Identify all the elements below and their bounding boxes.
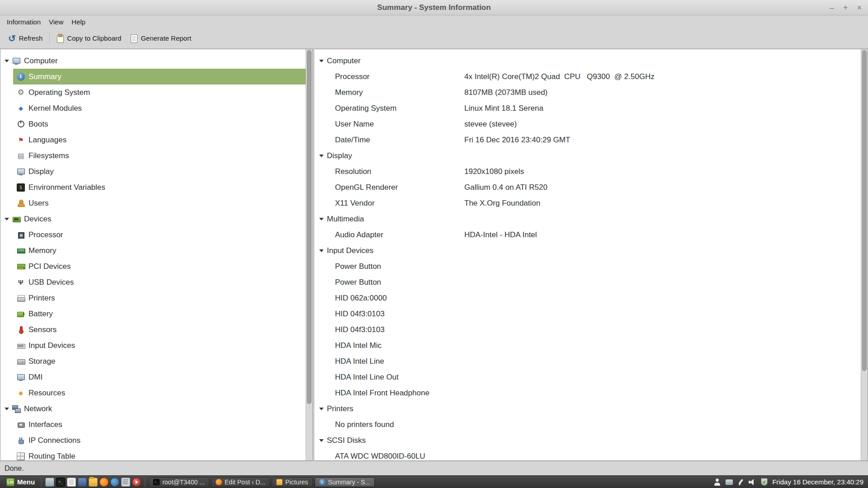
tree-group-network[interactable]: Network (0, 401, 306, 417)
menu-button[interactable]: Lm Menu (3, 476, 38, 488)
tree-item-resources[interactable]: Resources (13, 385, 306, 401)
tree-item-ip-connections[interactable]: IP Connections (13, 432, 306, 448)
taskbar-window-summary[interactable]: Summary - S... (315, 477, 375, 487)
menu-help[interactable]: Help (67, 17, 90, 27)
menu-view[interactable]: View (45, 17, 67, 27)
info-row-x11-vendor[interactable]: X11 Vendor The X.Org Foundation (314, 195, 861, 211)
tree-item-summary[interactable]: Summary (13, 69, 306, 84)
updates-shield-icon[interactable] (761, 478, 768, 486)
expander-icon[interactable] (318, 439, 325, 442)
info-section-scsi-disks[interactable]: SCSI Disks (314, 432, 861, 448)
info-row-date-time[interactable]: Date/Time Fri 16 Dec 2016 23:40:29 GMT (314, 132, 861, 148)
info-row-no-printers[interactable]: No printers found (314, 417, 861, 432)
calculator-launcher-icon[interactable] (121, 478, 130, 487)
info-scrollbar-thumb[interactable] (862, 50, 867, 371)
ip-connections-icon (17, 436, 25, 445)
info-row-opengl-renderer[interactable]: OpenGL Renderer Gallium 0.4 on ATI R520 (314, 179, 861, 195)
expander-icon[interactable] (3, 218, 10, 221)
info-row-power-button-2[interactable]: Power Button (314, 274, 861, 290)
info-section-multimedia[interactable]: Multimedia (314, 211, 861, 227)
tree-item-label: PCI Devices (28, 262, 71, 271)
info-row-resolution[interactable]: Resolution 868x488 pixels (314, 164, 861, 179)
refresh-button[interactable]: Refresh (4, 31, 47, 46)
text-editor-launcher-icon[interactable] (67, 478, 76, 487)
tree-group-devices[interactable]: Devices (0, 211, 306, 227)
info-section-printers[interactable]: Printers (314, 401, 861, 417)
expander-icon[interactable] (318, 60, 325, 62)
tree-item-storage[interactable]: Storage (13, 353, 306, 369)
expander-icon[interactable] (318, 218, 325, 221)
info-row-operating-system[interactable]: Operating System Linux Mint 18.1 Serena (314, 100, 861, 116)
info-row-hda-intel-front-headphone[interactable]: HDA Intel Front Headphone (314, 385, 861, 401)
info-row-processor[interactable]: Processor 4x Intel(R) Core(TM)2 Quad CPU… (314, 69, 861, 84)
info-row-hid-062a[interactable]: HID 062a:0000 (314, 290, 861, 306)
terminal-launcher-icon[interactable] (56, 478, 65, 487)
report-label: Generate Report (141, 34, 191, 42)
taskbar-window-edit-post[interactable]: Edit Post ‹ D... (211, 477, 270, 487)
section-title: Display (327, 151, 352, 160)
info-row-user-name[interactable]: User Name stevee (stevee) (314, 116, 861, 132)
firefox-launcher-icon[interactable] (99, 478, 108, 487)
info-row-power-button-1[interactable]: Power Button (314, 258, 861, 274)
tree-group-computer[interactable]: Computer (0, 53, 306, 69)
show-desktop-icon[interactable] (45, 478, 54, 487)
tree-item-users[interactable]: Users (13, 195, 306, 211)
tree-item-dmi[interactable]: DMI (13, 369, 306, 385)
menu-information[interactable]: Information (3, 17, 45, 27)
tree-scrollbar[interactable] (306, 49, 312, 460)
info-row-hda-intel-line-out[interactable]: HDA Intel Line Out (314, 369, 861, 385)
expander-icon[interactable] (318, 408, 325, 410)
screenshot-launcher-icon[interactable] (78, 478, 87, 487)
tree-item-processor[interactable]: Processor (13, 227, 306, 243)
tree-item-boots[interactable]: Boots (13, 116, 306, 132)
maximize-button[interactable]: + (843, 4, 848, 12)
info-row-memory[interactable]: Memory 8107MB (2073MB used) (314, 84, 861, 100)
info-row-hid-04f3-1[interactable]: HID 04f3:0103 (314, 306, 861, 322)
generate-report-button[interactable]: Generate Report (126, 31, 196, 46)
info-row-hid-04f3-2[interactable]: HID 04f3:0103 (314, 322, 861, 338)
info-row-hda-intel-mic[interactable]: HDA Intel Mic (314, 338, 861, 353)
taskbar-window-terminal[interactable]: root@T3400 ... (149, 477, 209, 487)
web-browser-launcher-icon[interactable] (110, 478, 119, 487)
tree-item-operating-system[interactable]: Operating System (13, 84, 306, 100)
info-row-audio-adapter[interactable]: Audio Adapter HDA-Intel - HDA Intel (314, 227, 861, 243)
tree-item-memory[interactable]: Memory (13, 243, 306, 258)
input-pen-icon[interactable] (737, 479, 744, 486)
user-icon[interactable] (714, 479, 721, 486)
minimize-button[interactable]: – (830, 4, 834, 12)
tree-item-interfaces[interactable]: Interfaces (13, 417, 306, 432)
tree-item-printers[interactable]: Printers (13, 290, 306, 306)
info-section-input-devices[interactable]: Input Devices (314, 243, 861, 258)
copy-to-clipboard-button[interactable]: Copy to Clipboard (52, 31, 126, 46)
expander-icon[interactable] (3, 408, 10, 410)
tree-item-filesystems[interactable]: Filesystems (13, 148, 306, 164)
info-scrollbar[interactable] (861, 49, 868, 460)
tree-item-battery[interactable]: Battery (13, 306, 306, 322)
tree-item-sensors[interactable]: Sensors (13, 322, 306, 338)
kernel-modules-icon (17, 104, 25, 113)
file-manager-launcher-icon[interactable] (89, 478, 98, 487)
info-key: No printers found (335, 420, 464, 429)
expander-icon[interactable] (318, 249, 325, 252)
screen-icon[interactable] (726, 479, 733, 485)
media-player-launcher-icon[interactable] (132, 478, 141, 487)
info-section-display[interactable]: Display (314, 148, 861, 164)
taskbar-clock[interactable]: Friday 16 December, 23:40:29 (772, 478, 863, 486)
tree-item-pci-devices[interactable]: PCI Devices (13, 258, 306, 274)
close-button[interactable]: × (857, 4, 862, 12)
info-row-hda-intel-line[interactable]: HDA Intel Line (314, 353, 861, 369)
tree-item-languages[interactable]: Languages (13, 132, 306, 148)
info-section-computer[interactable]: Computer (314, 53, 861, 69)
tree-item-environment-variables[interactable]: Environment Variables (13, 179, 306, 195)
tree-item-kernel-modules[interactable]: Kernel Modules (13, 100, 306, 116)
info-row-ata-wdc[interactable]: ATA WDC WD800ID-60LU (314, 448, 861, 460)
expander-icon[interactable] (3, 60, 10, 62)
volume-icon[interactable] (748, 479, 756, 486)
expander-icon[interactable] (318, 155, 325, 157)
tree-item-display[interactable]: Display (13, 164, 306, 179)
taskbar-window-pictures[interactable]: Pictures (272, 477, 313, 487)
tree-item-routing-table[interactable]: Routing Table (13, 448, 306, 460)
tree-item-input-devices[interactable]: Input Devices (13, 338, 306, 353)
tree-scrollbar-thumb[interactable] (307, 50, 311, 404)
tree-item-usb-devices[interactable]: USB Devices (13, 274, 306, 290)
